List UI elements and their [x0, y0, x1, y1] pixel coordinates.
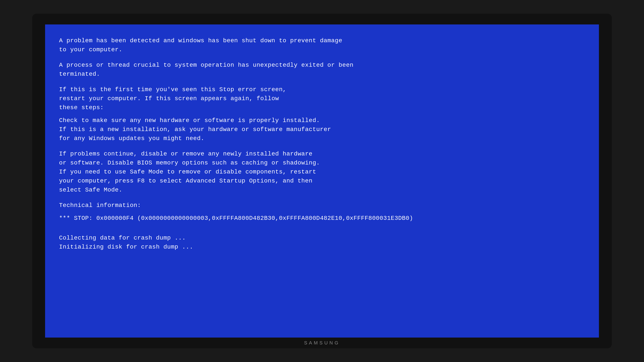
error-line-1: A problem has been detected and windows …: [59, 36, 585, 45]
check-line-2: If this is a new installation, ask your …: [59, 125, 585, 134]
problems-section: If problems continue, disable or remove …: [59, 149, 585, 195]
technical-header-text: Technical information:: [59, 201, 585, 210]
first-time-section: If this is the first time you've seen th…: [59, 85, 585, 112]
problems-line-1: If problems continue, disable or remove …: [59, 149, 585, 158]
main-error-section: A problem has been detected and windows …: [59, 36, 585, 54]
problems-line-3: If you need to use Safe Mode to remove o…: [59, 167, 585, 176]
stop-code-section: *** STOP: 0x000000F4 (0x0000000000000003…: [59, 214, 585, 223]
collecting-text: Collecting data for crash dump ...: [59, 234, 585, 243]
stop-code-text: *** STOP: 0x000000F4 (0x0000000000000003…: [59, 214, 585, 223]
first-time-line-3: these steps:: [59, 103, 585, 112]
crash-dump-section: Collecting data for crash dump ... Initi…: [59, 234, 585, 252]
first-time-line-1: If this is the first time you've seen th…: [59, 85, 585, 94]
first-time-line-2: restart your computer. If this screen ap…: [59, 94, 585, 103]
tv-frame: A problem has been detected and windows …: [32, 14, 612, 348]
samsung-label: SAMSUNG: [304, 340, 340, 346]
problems-line-2: or software. Disable BIOS memory options…: [59, 158, 585, 167]
check-line-1: Check to make sure any new hardware or s…: [59, 116, 585, 125]
problems-line-4: your computer, press F8 to select Advanc…: [59, 176, 585, 186]
bsod-screen: A problem has been detected and windows …: [45, 24, 599, 338]
process-line-1: A process or thread crucial to system op…: [59, 61, 585, 70]
bsod-content: A problem has been detected and windows …: [59, 36, 585, 252]
process-line-2: terminated.: [59, 70, 585, 79]
technical-section: Technical information:: [59, 201, 585, 210]
check-section: Check to make sure any new hardware or s…: [59, 116, 585, 143]
error-line-2: to your computer.: [59, 45, 585, 54]
problems-line-5: select Safe Mode.: [59, 186, 585, 195]
process-error-section: A process or thread crucial to system op…: [59, 61, 585, 79]
initializing-text: Initializing disk for crash dump ...: [59, 243, 585, 252]
check-line-3: for any Windows updates you might need.: [59, 134, 585, 143]
